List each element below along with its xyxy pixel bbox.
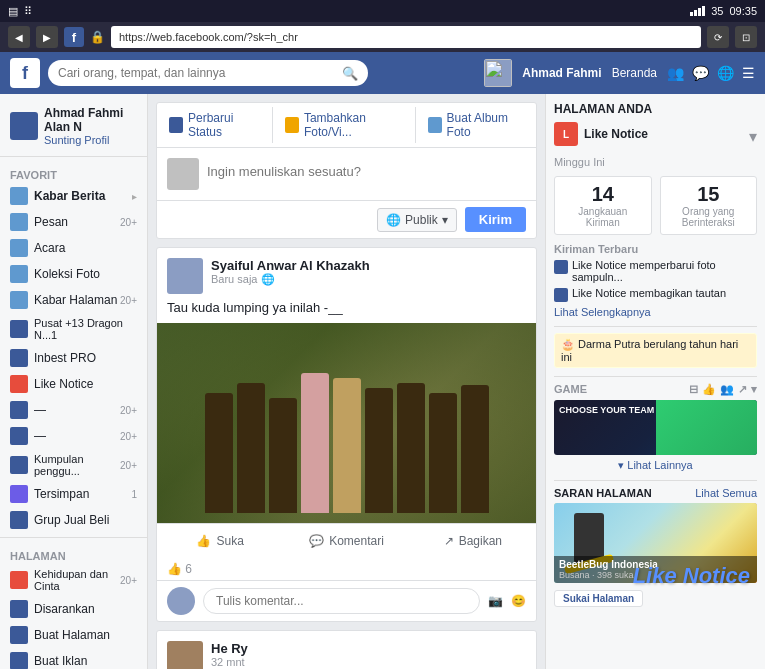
search-bar[interactable]: 🔍 bbox=[48, 60, 368, 86]
game-options-icon[interactable]: ⊟ bbox=[689, 383, 698, 396]
fb-logo[interactable]: f bbox=[10, 58, 40, 88]
pesan-icon bbox=[10, 213, 28, 231]
post-comment-box-1: 📷 😊 bbox=[157, 580, 536, 621]
share-button-1[interactable]: ↗ Bagikan bbox=[410, 528, 536, 554]
back-button[interactable]: ◀ bbox=[8, 26, 30, 48]
page-name[interactable]: Like Notice bbox=[584, 127, 648, 141]
post-author-2[interactable]: He Ry bbox=[211, 641, 248, 656]
kehidupan-icon bbox=[10, 571, 28, 589]
address-bar: ◀ ▶ f 🔒 ⟳ ⊡ bbox=[0, 22, 765, 52]
see-more-link[interactable]: Lihat Selengkapnya bbox=[554, 306, 757, 318]
forward-button[interactable]: ▶ bbox=[36, 26, 58, 48]
inbest-icon bbox=[10, 349, 28, 367]
saran-see-all[interactable]: Lihat Semua bbox=[695, 487, 757, 499]
home-link[interactable]: Beranda bbox=[612, 66, 657, 80]
like-button-1[interactable]: 👍 Suka bbox=[157, 528, 283, 554]
post-button[interactable]: Kirim bbox=[465, 207, 526, 232]
post-likes-1: 👍 6 bbox=[157, 558, 536, 580]
user-name-header[interactable]: Ahmad Fahmi bbox=[522, 66, 601, 80]
bday-cake-icon: 🎂 bbox=[561, 338, 575, 350]
kabar-halaman-icon bbox=[10, 291, 28, 309]
messages-icon[interactable]: 💬 bbox=[692, 65, 709, 81]
composer-tabs: Perbarui Status Tambahkan Foto/Vi... Bua… bbox=[157, 103, 536, 148]
game-more-icon[interactable]: ▾ bbox=[751, 383, 757, 396]
sidebar-item-buat-halaman[interactable]: Buat Halaman bbox=[0, 622, 147, 648]
sidebar-item-tersimpan[interactable]: Tersimpan 1 bbox=[0, 481, 147, 507]
sidebar-item-pesan[interactable]: Pesan 20+ bbox=[0, 209, 147, 235]
url-input[interactable] bbox=[111, 26, 701, 48]
header-right: Ahmad Fahmi Beranda 👥 💬 🌐 ☰ bbox=[484, 59, 755, 87]
saran-brand: BeetleBug Indonesia bbox=[559, 559, 752, 570]
settings-icon[interactable]: ☰ bbox=[742, 65, 755, 81]
sidebar-item-buat-iklan[interactable]: Buat Iklan bbox=[0, 648, 147, 669]
comment-button-1[interactable]: 💬 Komentari bbox=[283, 528, 409, 554]
sidebar-item-grup-jual[interactable]: Grup Jual Beli bbox=[0, 507, 147, 533]
game-share-icon[interactable]: ↗ bbox=[738, 383, 747, 396]
sidebar-user[interactable]: Ahmad Fahmi Alan N Sunting Profil bbox=[0, 100, 147, 152]
tab-button[interactable]: ⊡ bbox=[735, 26, 757, 48]
chevron-right-icon: ▾ bbox=[749, 127, 757, 146]
status-left: ▤ ⠿ bbox=[8, 5, 32, 18]
misc2-icon bbox=[10, 427, 28, 445]
search-icon: 🔍 bbox=[342, 66, 358, 81]
tab-update-status[interactable]: Perbarui Status bbox=[157, 103, 272, 147]
stat-interaksi: 15 Orang yang Berinteraksi bbox=[660, 176, 758, 235]
tab-create-album[interactable]: Buat Album Foto bbox=[416, 103, 536, 147]
fb-header: f 🔍 Ahmad Fahmi Beranda 👥 💬 🌐 ☰ bbox=[0, 52, 765, 94]
like-notice-icon bbox=[10, 375, 28, 393]
comment-input-1[interactable] bbox=[203, 588, 480, 614]
update-icon-2 bbox=[554, 288, 568, 302]
refresh-button[interactable]: ⟳ bbox=[707, 26, 729, 48]
post-header-2: He Ry 32 mnt bbox=[157, 631, 536, 669]
share-icon: ↗ bbox=[444, 534, 454, 548]
tab-add-photo[interactable]: Tambahkan Foto/Vi... bbox=[273, 103, 415, 147]
page-stats: 14 Jangkauan Kiriman 15 Orang yang Berin… bbox=[554, 176, 757, 235]
post-author-1[interactable]: Syaiful Anwar Al Khazakh bbox=[211, 258, 370, 273]
sidebar-item-misc2[interactable]: — 20+ bbox=[0, 423, 147, 449]
game-see-more[interactable]: ▾ Lihat Lainnya bbox=[554, 459, 757, 472]
edit-profile-link[interactable]: Sunting Profil bbox=[44, 134, 137, 146]
game-image-text: CHOOSE YOUR TEAM bbox=[559, 405, 654, 415]
composer-input[interactable] bbox=[207, 158, 526, 185]
page-item: L Like Notice bbox=[554, 122, 648, 146]
sidebar-item-acara[interactable]: Acara bbox=[0, 235, 147, 261]
sidebar-item-kehidupan[interactable]: Kehidupan dan Cinta 20+ bbox=[0, 564, 147, 596]
update-item-2: Like Notice membagikan tautan bbox=[554, 287, 757, 302]
notifications-icon[interactable]: 🌐 bbox=[717, 65, 734, 81]
saran-header: SARAN HALAMAN Lihat Semua bbox=[554, 487, 757, 499]
search-input[interactable] bbox=[58, 66, 342, 80]
right-sidebar: HALAMAN ANDA L Like Notice ▾ Minggu Ini … bbox=[545, 94, 765, 669]
friends-icon[interactable]: 👥 bbox=[667, 65, 684, 81]
interaksi-label: Orang yang Berinteraksi bbox=[667, 206, 751, 228]
sidebar-item-misc1[interactable]: — 20+ bbox=[0, 397, 147, 423]
sidebar-item-kabar-halaman[interactable]: Kabar Halaman 20+ bbox=[0, 287, 147, 313]
sidebar-item-like-notice[interactable]: Like Notice bbox=[0, 371, 147, 397]
game-section-label: GAME ⊟ 👍 👥 ↗ ▾ bbox=[554, 383, 757, 396]
carrier-icon: ▤ bbox=[8, 5, 18, 18]
sidebar-item-kumpulan[interactable]: Kumpulan penggu... 20+ bbox=[0, 449, 147, 481]
favorit-section: FAVORIT bbox=[0, 161, 147, 183]
sidebar-item-kabar-berita[interactable]: Kabar Berita ▸ bbox=[0, 183, 147, 209]
lock-icon: 🔒 bbox=[90, 30, 105, 44]
acara-icon bbox=[10, 239, 28, 257]
kabar-berita-icon bbox=[10, 187, 28, 205]
halaman-section: HALAMAN bbox=[0, 542, 147, 564]
sidebar-item-koleksi-foto[interactable]: Koleksi Foto bbox=[0, 261, 147, 287]
main-layout: Ahmad Fahmi Alan N Sunting Profil FAVORI… bbox=[0, 94, 765, 669]
post-card-1: Syaiful Anwar Al Khazakh Baru saja 🌐 Tau… bbox=[156, 247, 537, 622]
saran-like-button[interactable]: Sukai Halaman bbox=[554, 590, 643, 607]
update-text-2[interactable]: Like Notice membagikan tautan bbox=[572, 287, 726, 299]
game-users-icon[interactable]: 👥 bbox=[720, 383, 734, 396]
bb-icon: ⠿ bbox=[24, 5, 32, 18]
sidebar-item-disarankan[interactable]: Disarankan bbox=[0, 596, 147, 622]
sidebar-item-pusat[interactable]: Pusat +13 Dragon N...1 bbox=[0, 313, 147, 345]
tersimpan-icon bbox=[10, 485, 28, 503]
game-like-icon[interactable]: 👍 bbox=[702, 383, 716, 396]
like-notice-page-icon: L bbox=[554, 122, 578, 146]
update-text-1[interactable]: Like Notice memperbarui foto sampuln... bbox=[572, 259, 757, 283]
like-count-icon: 👍 bbox=[167, 562, 182, 576]
sidebar-item-inbest[interactable]: Inbest PRO bbox=[0, 345, 147, 371]
privacy-button[interactable]: 🌐 Publik ▾ bbox=[377, 208, 457, 232]
birthday-notice: 🎂 Darma Putra berulang tahun hari ini bbox=[554, 333, 757, 368]
saran-title: SARAN HALAMAN bbox=[554, 487, 652, 499]
